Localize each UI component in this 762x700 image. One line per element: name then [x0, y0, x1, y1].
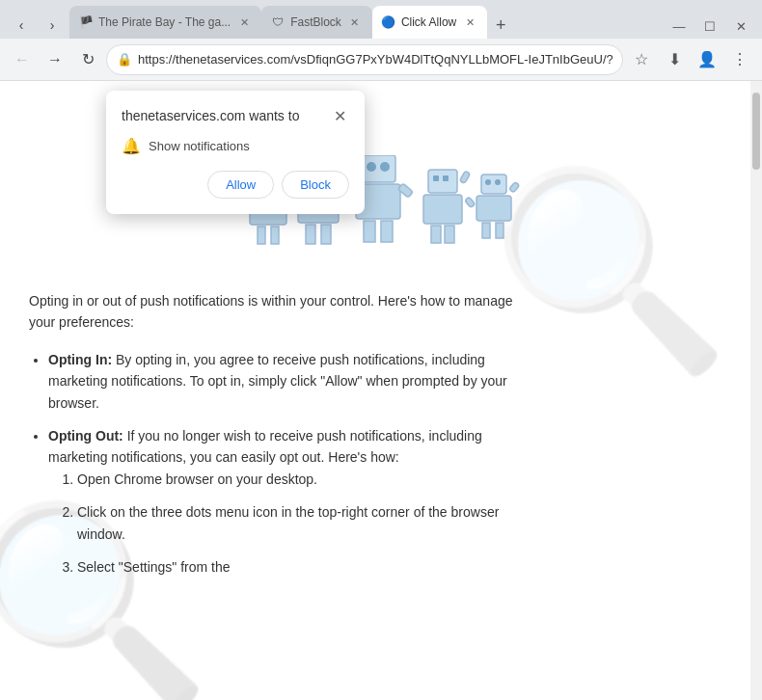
minimize-button[interactable]: — — [666, 17, 693, 35]
svg-rect-32 — [481, 175, 506, 194]
download-button[interactable]: ⬇ — [660, 45, 689, 74]
popup-buttons: Allow Block — [122, 171, 349, 199]
intro-paragraph: Opting in or out of push notifications i… — [29, 290, 540, 334]
content-area: 🔍 🔍 thenetaservices.com wants to ✕ 🔔 Sho… — [0, 81, 762, 700]
opting-in-bold: Opting In: — [48, 352, 112, 367]
popup-header: thenetaservices.com wants to ✕ — [122, 106, 349, 125]
tab-nav-back-btn[interactable]: ‹ — [8, 12, 35, 39]
svg-rect-37 — [496, 223, 503, 238]
page-text-content: Opting in or out of push notifications i… — [29, 290, 540, 578]
tab-pirate-bay[interactable]: 🏴 The Pirate Bay - The ga... ✕ — [69, 6, 261, 39]
tab3-label: Click Allow — [401, 15, 456, 29]
svg-rect-39 — [509, 181, 520, 193]
svg-rect-31 — [459, 171, 470, 183]
allow-button[interactable]: Allow — [207, 171, 274, 199]
opting-in-item: Opting In: By opting in, you agree to re… — [48, 349, 540, 414]
new-tab-button[interactable]: + — [487, 12, 514, 39]
tab-bar: ‹ › 🏴 The Pirate Bay - The ga... ✕ 🛡 Fas… — [0, 0, 762, 39]
maximize-button[interactable]: ☐ — [696, 17, 723, 35]
svg-rect-13 — [321, 225, 331, 244]
tab1-close-btn[interactable]: ✕ — [236, 14, 252, 30]
svg-rect-36 — [482, 223, 490, 238]
svg-rect-12 — [306, 225, 315, 244]
address-bar[interactable]: 🔒 — [106, 44, 623, 75]
opting-out-bold: Opting Out: — [48, 428, 123, 444]
back-button[interactable]: ← — [8, 45, 37, 74]
popup-close-button[interactable]: ✕ — [330, 106, 349, 125]
svg-point-16 — [367, 162, 376, 172]
scrollbar[interactable] — [750, 81, 762, 700]
steps-list: Open Chrome browser on your desktop. Cli… — [77, 469, 540, 579]
svg-rect-26 — [433, 175, 439, 181]
popup-title: thenetaservices.com wants to — [122, 108, 299, 123]
svg-rect-29 — [431, 226, 441, 243]
svg-rect-27 — [443, 175, 449, 181]
scrollbar-thumb[interactable] — [752, 93, 760, 170]
bell-icon: 🔔 — [122, 137, 141, 155]
opting-in-text: By opting in, you agree to receive push … — [48, 352, 507, 411]
tab2-close-btn[interactable]: ✕ — [347, 14, 363, 30]
tab-nav-forward-btn[interactable]: › — [39, 12, 66, 39]
step-2: Click on the three dots menu icon in the… — [77, 501, 540, 545]
tab1-favicon: 🏴 — [79, 15, 93, 29]
tab3-favicon: 🔵 — [382, 15, 395, 29]
tab-bar-nav: ‹ › — [8, 12, 66, 39]
tab-click-allow[interactable]: 🔵 Click Allow ✕ — [372, 6, 487, 39]
notification-label: Show notifications — [149, 139, 250, 153]
url-input[interactable] — [138, 52, 612, 67]
step-1: Open Chrome browser on your desktop. — [77, 469, 540, 490]
svg-rect-38 — [465, 197, 476, 208]
close-button[interactable]: ✕ — [727, 17, 754, 35]
notification-popup: thenetaservices.com wants to ✕ 🔔 Show no… — [106, 91, 365, 214]
forward-button[interactable]: → — [41, 45, 69, 74]
tab2-favicon: 🛡 — [271, 15, 285, 29]
popup-notification-row: 🔔 Show notifications — [122, 137, 349, 155]
svg-rect-20 — [381, 221, 393, 242]
svg-point-33 — [485, 179, 491, 185]
svg-rect-19 — [364, 221, 375, 242]
page-content: 🔍 🔍 thenetaservices.com wants to ✕ 🔔 Sho… — [0, 81, 750, 700]
menu-button[interactable]: ⋮ — [725, 45, 754, 74]
svg-rect-35 — [476, 196, 511, 221]
tab3-close-btn[interactable]: ✕ — [462, 14, 477, 30]
lock-icon: 🔒 — [117, 52, 132, 67]
toolbar: ← → ↻ 🔒 ☆ ⬇ 👤 ⋮ — [0, 39, 762, 81]
block-button[interactable]: Block — [282, 171, 349, 199]
tab-fastblock[interactable]: 🛡 FastBlock ✕ — [261, 6, 372, 39]
profile-button[interactable]: 👤 — [693, 45, 721, 74]
bookmark-button[interactable]: ☆ — [627, 45, 656, 74]
svg-point-17 — [380, 162, 390, 172]
tab2-label: FastBlock — [290, 15, 341, 29]
svg-rect-28 — [423, 195, 462, 224]
browser-frame: ‹ › 🏴 The Pirate Bay - The ga... ✕ 🛡 Fas… — [0, 0, 762, 700]
bullet-list: Opting In: By opting in, you agree to re… — [48, 349, 540, 579]
svg-rect-5 — [271, 227, 279, 244]
svg-rect-25 — [428, 170, 457, 193]
refresh-button[interactable]: ↻ — [73, 45, 102, 74]
svg-rect-4 — [258, 227, 265, 244]
svg-point-34 — [495, 179, 501, 185]
tab1-label: The Pirate Bay - The ga... — [98, 15, 231, 29]
window-controls: — ☐ ✕ — [666, 17, 754, 39]
opting-out-item: Opting Out: If you no longer wish to rec… — [48, 425, 540, 578]
step-3: Select "Settings" from the — [77, 556, 540, 578]
svg-rect-15 — [361, 155, 395, 182]
svg-rect-30 — [445, 226, 454, 243]
